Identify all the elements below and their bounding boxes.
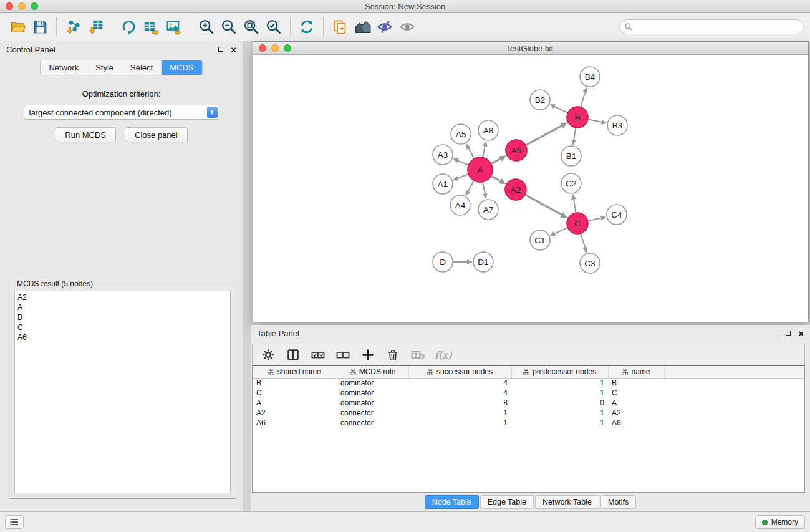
close-window-button[interactable] — [6, 2, 13, 10]
node-table-container[interactable]: shared nameMCDS rolesuccessor nodesprede… — [252, 366, 805, 493]
minimize-window-button[interactable] — [18, 2, 26, 10]
graph-node-A4[interactable]: A4 — [450, 195, 470, 215]
network-canvas[interactable]: B4B2BB3A5A8A6A3B1AA1A2C2A4A7C4CC1C3DD1 — [253, 55, 808, 322]
apply-layout-icon[interactable] — [296, 16, 318, 38]
zoom-fit-icon[interactable] — [240, 16, 263, 38]
close-panel-icon[interactable]: × — [231, 45, 236, 54]
list-item[interactable]: C — [15, 322, 230, 332]
graph-node-B[interactable]: B — [567, 107, 588, 128]
graph-node-C4[interactable]: C4 — [607, 205, 627, 225]
network-minimize-button[interactable] — [271, 44, 279, 52]
edge-A-A1[interactable] — [458, 175, 468, 178]
graph-node-D[interactable]: D — [433, 252, 453, 272]
tab-mcds[interactable]: MCDS — [162, 60, 201, 75]
column-header[interactable]: MCDS role — [337, 366, 408, 378]
edge-C-C1[interactable] — [555, 228, 567, 233]
graph-node-A1[interactable]: A1 — [433, 174, 453, 194]
edge-C-C4[interactable] — [589, 218, 601, 221]
edge-B-B4[interactable] — [581, 92, 585, 107]
graph-node-D1[interactable]: D1 — [473, 252, 493, 272]
export-image-icon[interactable] — [162, 16, 185, 38]
table-row[interactable]: A2connector11A2 — [253, 408, 804, 418]
hide-columns-icon[interactable] — [410, 347, 426, 363]
table-float-panel-icon[interactable] — [786, 331, 791, 336]
edge-B-B1[interactable] — [574, 128, 576, 140]
column-header[interactable]: successor nodes — [408, 366, 511, 378]
graph-node-B2[interactable]: B2 — [530, 90, 550, 110]
open-file-icon[interactable] — [6, 16, 29, 38]
delete-icon[interactable] — [385, 347, 401, 363]
edge-B-B3[interactable] — [589, 120, 602, 122]
export-table-icon[interactable] — [140, 16, 162, 38]
mcds-result-list[interactable]: A2ABCA6 — [14, 291, 231, 493]
tab-edge-table[interactable]: Edge Table — [480, 495, 534, 509]
edge-A-A5[interactable] — [468, 148, 474, 158]
function-builder-icon[interactable]: f(x) — [435, 349, 451, 361]
edge-A-A6[interactable] — [492, 159, 501, 163]
first-neighbors-icon[interactable] — [329, 16, 351, 38]
home-icon[interactable] — [351, 16, 374, 38]
network-close-button[interactable] — [259, 44, 266, 52]
export-network-icon[interactable] — [117, 16, 140, 38]
list-item[interactable]: B — [15, 312, 230, 322]
column-header[interactable]: shared name — [253, 366, 337, 378]
zoom-selected-icon[interactable] — [263, 16, 285, 38]
graph-node-A8[interactable]: A8 — [478, 120, 498, 140]
tab-node-table[interactable]: Node Table — [425, 495, 479, 509]
list-item[interactable]: A — [15, 302, 230, 312]
graph-node-A5[interactable]: A5 — [451, 124, 471, 144]
graph-node-B3[interactable]: B3 — [607, 115, 627, 135]
unselect-all-icon[interactable] — [335, 347, 351, 363]
edge-A6-B[interactable] — [526, 126, 562, 145]
zoom-out-icon[interactable] — [218, 16, 240, 38]
edge-A-A3[interactable] — [458, 161, 468, 165]
graph-node-A2[interactable]: A2 — [505, 179, 526, 200]
graph-node-A[interactable]: A — [468, 157, 493, 182]
graph-node-B1[interactable]: B1 — [561, 146, 581, 166]
import-table-icon[interactable] — [84, 16, 107, 38]
style-brush-icon[interactable] — [374, 16, 396, 38]
show-panels-button[interactable] — [5, 515, 24, 529]
graph-node-C1[interactable]: C1 — [530, 230, 550, 250]
add-column-icon[interactable] — [360, 347, 376, 363]
table-row[interactable]: Adominator80A — [253, 398, 804, 408]
edge-A2-C[interactable] — [526, 195, 562, 215]
eye-icon[interactable] — [396, 16, 418, 38]
edge-A-A2[interactable] — [491, 176, 499, 181]
table-row[interactable]: A6connector11A6 — [253, 418, 804, 428]
network-zoom-button[interactable] — [284, 44, 291, 52]
table-close-panel-icon[interactable]: × — [798, 329, 804, 338]
select-all-icon[interactable] — [310, 347, 326, 363]
zoom-window-button[interactable] — [31, 2, 38, 10]
list-item[interactable]: A2 — [15, 293, 230, 302]
tab-select[interactable]: Select — [122, 60, 162, 75]
graph-node-C3[interactable]: C3 — [580, 253, 600, 273]
tab-motifs[interactable]: Motifs — [600, 495, 636, 509]
memory-button[interactable]: Memory — [755, 515, 805, 529]
graph-node-C2[interactable]: C2 — [561, 173, 581, 193]
graph-node-A6[interactable]: A6 — [506, 140, 527, 161]
run-mcds-button[interactable]: Run MCDS — [55, 127, 116, 142]
save-session-icon[interactable] — [29, 16, 51, 38]
edge-C-C2[interactable] — [574, 200, 576, 213]
tab-network[interactable]: Network — [41, 60, 87, 75]
graph-node-A7[interactable]: A7 — [478, 200, 498, 220]
edge-B-B2[interactable] — [555, 107, 567, 112]
criterion-dropdown[interactable]: largest connected component (directed) ▲… — [24, 105, 219, 120]
edge-A-A4[interactable] — [468, 181, 474, 191]
float-panel-icon[interactable] — [218, 47, 223, 52]
graph-node-C[interactable]: C — [567, 213, 588, 234]
tab-style[interactable]: Style — [87, 60, 122, 75]
column-chooser-icon[interactable] — [285, 347, 301, 363]
column-header[interactable]: name — [608, 366, 664, 378]
graph-node-A3[interactable]: A3 — [433, 145, 453, 165]
edge-A-A8[interactable] — [483, 146, 485, 157]
close-panel-button[interactable]: Close panel — [125, 127, 188, 142]
zoom-in-icon[interactable] — [195, 16, 218, 38]
table-row[interactable]: Cdominator41C — [253, 388, 804, 398]
table-row[interactable]: Bdominator41B — [253, 378, 804, 388]
gear-icon[interactable] — [260, 347, 276, 363]
import-network-icon[interactable] — [62, 16, 84, 38]
search-input[interactable] — [619, 19, 804, 34]
graph-node-B4[interactable]: B4 — [580, 67, 600, 87]
